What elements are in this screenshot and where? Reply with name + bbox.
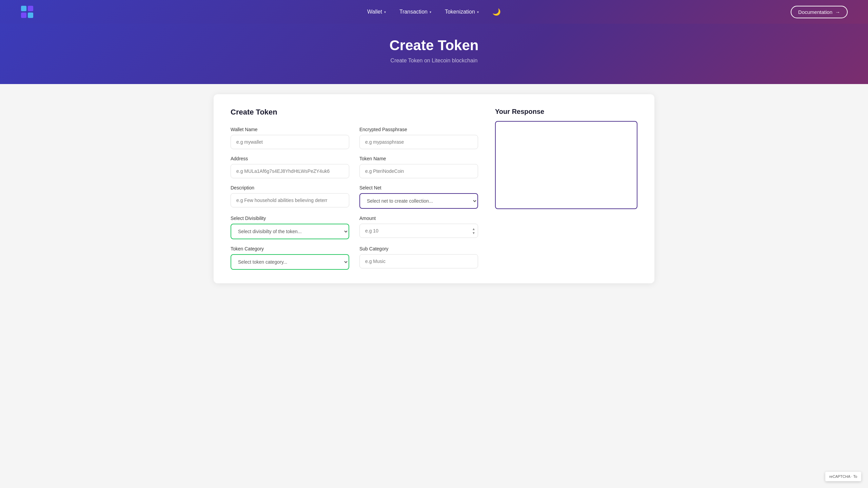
description-label: Description xyxy=(231,185,349,190)
description-input[interactable] xyxy=(231,193,349,207)
nav-tokenization[interactable]: Tokenization ▾ xyxy=(445,9,479,15)
sub-category-label: Sub Category xyxy=(359,246,478,251)
hero-title: Create Token xyxy=(0,37,868,54)
response-title: Your Response xyxy=(495,108,637,116)
amount-spinners: ▲ ▼ xyxy=(472,227,475,235)
select-divisibility-dropdown[interactable]: Select divisibilty of the token... 0 1 2… xyxy=(231,224,349,239)
token-name-input[interactable] xyxy=(359,164,478,178)
nav-wallet[interactable]: Wallet ▾ xyxy=(367,9,386,15)
wallet-name-input[interactable] xyxy=(231,135,349,149)
hero-subtitle: Create Token on Litecoin blockchain xyxy=(0,58,868,64)
address-group: Address xyxy=(231,156,349,178)
amount-group: Amount ▲ ▼ xyxy=(359,216,478,239)
svg-rect-0 xyxy=(21,6,26,11)
svg-rect-1 xyxy=(28,6,33,11)
token-name-group: Token Name xyxy=(359,156,478,178)
token-category-label: Token Category xyxy=(231,246,349,251)
response-section: Your Response xyxy=(495,108,637,270)
encrypted-passphrase-group: Encrypted Passphrase xyxy=(359,127,478,149)
logo-icon xyxy=(20,5,34,19)
sub-category-input[interactable] xyxy=(359,254,478,268)
sub-category-group: Sub Category xyxy=(359,246,478,270)
form-title: Create Token xyxy=(231,108,478,117)
svg-rect-3 xyxy=(28,13,33,18)
theme-toggle-icon[interactable]: 🌙 xyxy=(492,8,501,16)
response-box xyxy=(495,121,637,209)
svg-rect-2 xyxy=(21,13,26,18)
encrypted-passphrase-input[interactable] xyxy=(359,135,478,149)
token-name-label: Token Name xyxy=(359,156,478,161)
description-group: Description xyxy=(231,185,349,209)
form-grid: Wallet Name Encrypted Passphrase Address… xyxy=(231,127,478,270)
main-nav: Wallet ▾ Transaction ▾ Tokenization ▾ 🌙 xyxy=(367,8,501,16)
header: Wallet ▾ Transaction ▾ Tokenization ▾ 🌙 … xyxy=(0,0,868,24)
token-category-group: Token Category Select token category... … xyxy=(231,246,349,270)
select-net-dropdown[interactable]: Select net to create collection... Mainn… xyxy=(359,193,478,209)
form-section: Create Token Wallet Name Encrypted Passp… xyxy=(231,108,478,270)
token-category-dropdown[interactable]: Select token category... Art Music Gamin… xyxy=(231,254,349,270)
encrypted-passphrase-label: Encrypted Passphrase xyxy=(359,127,478,132)
select-divisibility-label: Select Divisibility xyxy=(231,216,349,221)
amount-down-icon: ▼ xyxy=(472,231,475,235)
amount-input-wrapper: ▲ ▼ xyxy=(359,224,478,238)
select-divisibility-group: Select Divisibility Select divisibilty o… xyxy=(231,216,349,239)
wallet-name-label: Wallet Name xyxy=(231,127,349,132)
transaction-chevron-icon: ▾ xyxy=(430,10,431,14)
recaptcha-widget: reCAPTCHA · To xyxy=(825,472,861,481)
wallet-chevron-icon: ▾ xyxy=(384,10,386,14)
select-net-group: Select Net Select net to create collecti… xyxy=(359,185,478,209)
logo xyxy=(20,5,34,19)
select-net-label: Select Net xyxy=(359,185,478,190)
amount-input[interactable] xyxy=(359,224,478,238)
amount-label: Amount xyxy=(359,216,478,221)
tokenization-chevron-icon: ▾ xyxy=(477,10,479,14)
address-input[interactable] xyxy=(231,164,349,178)
wallet-name-group: Wallet Name xyxy=(231,127,349,149)
documentation-button[interactable]: Documentation → xyxy=(791,6,848,18)
nav-transaction[interactable]: Transaction ▾ xyxy=(399,9,431,15)
address-label: Address xyxy=(231,156,349,161)
hero-section: Create Token Create Token on Litecoin bl… xyxy=(0,24,868,84)
main-content: Create Token Wallet Name Encrypted Passp… xyxy=(214,94,654,283)
amount-up-icon: ▲ xyxy=(472,227,475,231)
